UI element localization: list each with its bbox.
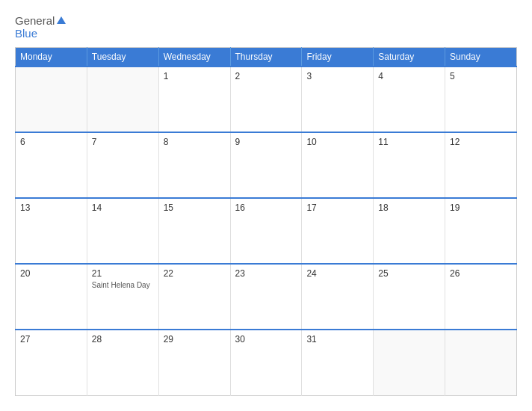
- calendar-day-cell: 7: [87, 132, 158, 198]
- calendar-day-cell: 13: [16, 198, 87, 264]
- day-number: 23: [235, 268, 297, 279]
- calendar-day-cell: 18: [374, 198, 445, 264]
- calendar-day-cell: [374, 330, 445, 395]
- day-number: 30: [235, 334, 297, 344]
- calendar-day-cell: 23: [230, 264, 302, 330]
- page-header: GeneralBlue: [15, 15, 517, 40]
- day-number: 21: [92, 268, 154, 279]
- day-number: 29: [164, 334, 226, 344]
- day-number: 6: [20, 137, 82, 147]
- logo-triangle-icon: [57, 16, 66, 24]
- calendar-day-cell: 24: [302, 264, 374, 330]
- day-number: 25: [378, 268, 440, 279]
- calendar-day-cell: 20: [16, 264, 87, 330]
- day-number: 20: [20, 268, 82, 279]
- calendar-day-cell: 11: [374, 132, 445, 198]
- calendar-day-cell: [87, 67, 158, 132]
- day-number: 1: [164, 71, 226, 81]
- calendar-day-cell: 14: [87, 198, 158, 264]
- logo: GeneralBlue: [15, 15, 66, 40]
- day-number: 28: [92, 334, 154, 344]
- calendar-day-cell: 4: [374, 67, 445, 132]
- day-number: 9: [235, 137, 297, 147]
- day-number: 16: [235, 203, 297, 213]
- calendar-day-cell: [16, 67, 87, 132]
- calendar-day-cell: [445, 330, 517, 395]
- calendar-day-cell: 19: [445, 198, 517, 264]
- day-number: 11: [378, 137, 440, 147]
- day-number: 12: [450, 137, 512, 147]
- day-number: 10: [306, 137, 368, 147]
- calendar-table: MondayTuesdayWednesdayThursdayFridaySatu…: [15, 47, 517, 396]
- calendar-day-cell: 29: [158, 330, 230, 395]
- day-number: 13: [20, 203, 82, 213]
- calendar-day-cell: 22: [158, 264, 230, 330]
- day-number: 24: [306, 268, 368, 279]
- day-number: 27: [20, 334, 82, 344]
- calendar-week-row: 6789101112: [16, 132, 517, 198]
- day-number: 7: [92, 137, 154, 147]
- calendar-day-cell: 12: [445, 132, 517, 198]
- day-number: 17: [306, 203, 368, 213]
- calendar-day-cell: 3: [302, 67, 374, 132]
- calendar-day-cell: 26: [445, 264, 517, 330]
- weekday-header-row: MondayTuesdayWednesdayThursdayFridaySatu…: [16, 48, 517, 67]
- weekday-header-saturday: Saturday: [374, 48, 445, 67]
- day-number: 8: [164, 137, 226, 147]
- day-number: 26: [450, 268, 512, 279]
- calendar-day-cell: 17: [302, 198, 374, 264]
- day-number: 19: [450, 203, 512, 213]
- day-number: 2: [235, 71, 297, 81]
- calendar-week-row: 2021Saint Helena Day2223242526: [16, 264, 517, 330]
- calendar-day-cell: 2: [230, 67, 302, 132]
- calendar-week-row: 13141516171819: [16, 198, 517, 264]
- day-number: 22: [164, 268, 226, 279]
- calendar-day-cell: 9: [230, 132, 302, 198]
- calendar-day-cell: 10: [302, 132, 374, 198]
- calendar-day-cell: 21Saint Helena Day: [87, 264, 158, 330]
- calendar-day-cell: 1: [158, 67, 230, 132]
- day-number: 4: [378, 71, 440, 81]
- calendar-day-cell: 31: [302, 330, 374, 395]
- calendar-day-cell: 28: [87, 330, 158, 395]
- calendar-day-cell: 16: [230, 198, 302, 264]
- calendar-day-cell: 30: [230, 330, 302, 395]
- day-number: 18: [378, 203, 440, 213]
- weekday-header-monday: Monday: [16, 48, 87, 67]
- weekday-header-thursday: Thursday: [230, 48, 302, 67]
- calendar-day-cell: 8: [158, 132, 230, 198]
- day-number: 31: [306, 334, 368, 344]
- calendar-day-cell: 25: [374, 264, 445, 330]
- weekday-header-friday: Friday: [302, 48, 374, 67]
- day-number: 3: [306, 71, 368, 81]
- calendar-day-cell: 6: [16, 132, 87, 198]
- weekday-header-tuesday: Tuesday: [87, 48, 158, 67]
- day-number: 14: [92, 203, 154, 213]
- holiday-label: Saint Helena Day: [92, 281, 154, 289]
- calendar-week-row: 12345: [16, 67, 517, 132]
- weekday-header-wednesday: Wednesday: [158, 48, 230, 67]
- day-number: 15: [164, 203, 226, 213]
- logo-blue-text: Blue: [15, 27, 37, 40]
- calendar-day-cell: 5: [445, 67, 517, 132]
- calendar-week-row: 2728293031: [16, 330, 517, 395]
- calendar-day-cell: 27: [16, 330, 87, 395]
- logo-general-text: General: [15, 15, 55, 28]
- day-number: 5: [450, 71, 512, 81]
- calendar-day-cell: 15: [158, 198, 230, 264]
- weekday-header-sunday: Sunday: [445, 48, 517, 67]
